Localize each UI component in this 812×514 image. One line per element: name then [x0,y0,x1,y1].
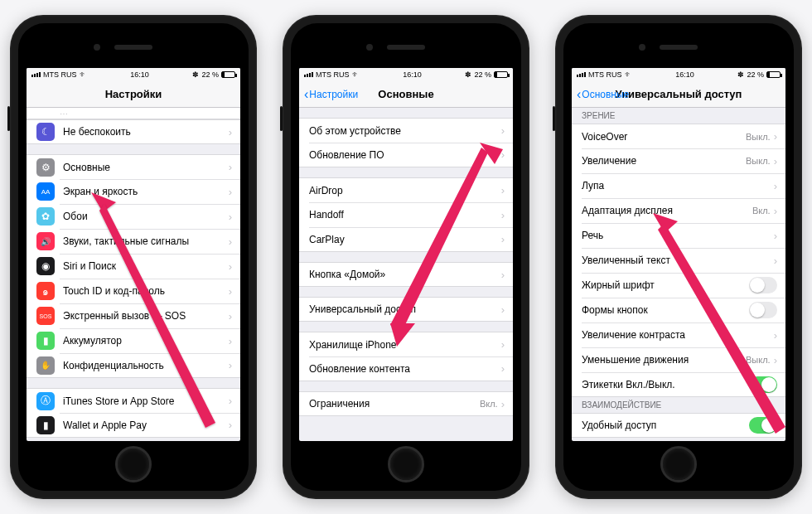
toggle-switch[interactable] [749,277,777,293]
row-label: Экстренный вызов — SOS [63,310,229,322]
settings-row[interactable]: Увеличение контраста› [572,322,785,347]
chevron-right-icon: › [229,310,232,322]
row-label: Основные [63,162,229,173]
chevron-right-icon: › [229,235,232,248]
carrier-label: MTS RUS [588,70,622,79]
toggle-switch[interactable] [749,417,777,434]
nav-title: Настройки [105,88,162,100]
settings-row[interactable]: Обновление ПО› [299,143,513,167]
settings-row[interactable]: Хранилище iPhone› [299,332,513,356]
row-icon: Ⓐ [36,392,55,410]
row-label: Конфиденциальность [63,360,229,371]
settings-row[interactable]: ▮ Аккумулятор › [27,328,240,353]
clock: 16:10 [403,70,422,79]
nav-bar: ‹ Основные Универсальный доступ [572,81,785,108]
chevron-right-icon: › [229,419,232,431]
settings-row[interactable]: VoiceOverВыкл.› [572,124,785,148]
settings-row[interactable]: ✋ Конфиденциальность › [27,353,240,378]
settings-row[interactable]: Уменьшение движенияВыкл.› [572,347,785,372]
row-label: Уменьшение движения [582,354,746,366]
settings-row[interactable]: Ⓐ iTunes Store и App Store › [27,388,240,413]
settings-row[interactable]: AA Экран и яркость › [27,179,240,204]
battery-icon [221,71,235,78]
home-button[interactable] [388,446,424,482]
chevron-right-icon: › [774,155,777,167]
row-label: Кнопка «Домой» [309,269,501,280]
settings-row[interactable]: Универсальный доступ› [299,297,513,322]
settings-row[interactable]: Об этом устройстве› [299,118,513,143]
settings-row[interactable]: Речь› [572,223,785,248]
settings-row[interactable]: SOS Экстренный вызов — SOS › [27,303,240,328]
row-label: Увеличение [582,155,746,167]
row-label: Хранилище iPhone [309,339,501,351]
chevron-right-icon: › [229,285,232,298]
settings-row[interactable]: Этикетки Вкл./Выкл. [572,372,785,397]
row-icon: ▮ [36,332,55,350]
row-icon: ▮ [36,416,55,434]
back-label: Основные [582,89,629,100]
settings-row[interactable]: ОграниченияВкл.› [299,391,513,416]
screen-1: MTS RUS ᯤ 16:10 ✽ 22 % Настройки ⋯ ☾ Не … [27,68,240,441]
settings-row[interactable]: ◉ Siri и Поиск › [27,254,240,279]
chevron-right-icon: › [501,233,505,245]
settings-row[interactable]: AirDrop› [299,177,513,202]
settings-row[interactable]: CarPlay› [299,227,513,252]
settings-row[interactable]: УвеличениеВыкл.› [572,148,785,173]
signal-icon [304,72,313,77]
settings-row[interactable]: ✿ Обои › [27,204,240,229]
phone-frame-3: MTS RUS ᯤ 16:10 ✽ 22 % ‹ Основные Универ… [555,15,802,499]
row-label: Звуки, тактильные сигналы [63,235,229,247]
nav-title: Универсальный доступ [616,88,742,100]
chevron-right-icon: › [501,148,505,161]
battery-icon [494,71,508,78]
home-button[interactable] [115,446,152,482]
settings-row[interactable]: Удобный доступ [572,413,785,438]
screen-3: MTS RUS ᯤ 16:10 ✽ 22 % ‹ Основные Универ… [572,68,785,441]
chevron-right-icon: › [501,362,505,375]
row-label: Не беспокоить [63,126,229,138]
row-label: Handoff [309,209,501,221]
settings-row[interactable]: ⚙ Основные › [27,154,240,179]
chevron-right-icon: › [501,124,505,137]
row-label: Увеличение контраста [582,329,774,341]
settings-row[interactable]: Увеличенный текст› [572,248,785,273]
settings-row[interactable]: Адаптация дисплеяВкл.› [572,198,785,223]
status-bar: MTS RUS ᯤ 16:10 ✽ 22 % [299,68,513,81]
bluetooth-icon: ✽ [192,70,199,79]
settings-row[interactable]: Кнопка «Домой»› [299,262,513,287]
settings-row[interactable]: ☾ Не беспокоить › [27,119,240,144]
settings-row[interactable]: Жирный шрифт [572,273,785,298]
row-label: Siri и Поиск [63,260,229,272]
row-label: Адаптация дисплея [582,205,752,216]
signal-icon [577,72,586,77]
phone-frame-1: MTS RUS ᯤ 16:10 ✽ 22 % Настройки ⋯ ☾ Не … [10,15,257,499]
row-label: Обновление контента [309,363,501,375]
row-label: Wallet и Apple Pay [63,419,229,431]
back-button[interactable]: ‹ Настройки [304,88,358,101]
row-label: Ограничения [309,398,480,410]
carrier-label: MTS RUS [43,70,77,79]
toggle-switch[interactable] [749,302,777,318]
chevron-right-icon: › [774,130,777,143]
settings-row[interactable]: 🔊 Звуки, тактильные сигналы › [27,229,240,254]
settings-row[interactable]: Формы кнопок [572,298,785,322]
screen-2: MTS RUS ᯤ 16:10 ✽ 22 % ‹ Настройки Основ… [299,68,513,441]
row-label: CarPlay [309,234,501,245]
settings-row[interactable]: ▮ Wallet и Apple Pay › [27,413,240,438]
row-value: Выкл. [746,355,771,365]
chevron-right-icon: › [501,209,505,221]
settings-row[interactable]: ๑ Touch ID и код-пароль › [27,279,240,303]
settings-row[interactable]: Лупа› [572,173,785,198]
home-button[interactable] [660,446,697,482]
chevron-right-icon: › [774,255,777,267]
battery-percent: 22 % [201,70,219,79]
chevron-right-icon: › [229,126,232,138]
nav-bar: Настройки [27,81,240,108]
toggle-switch[interactable] [749,376,777,393]
settings-row[interactable]: Handoff› [299,202,513,227]
settings-row[interactable]: Обновление контента› [299,356,513,381]
chevron-right-icon: › [774,230,777,242]
row-label: Обои [63,211,229,222]
row-label: Формы кнопок [582,304,749,316]
back-button[interactable]: ‹ Основные [577,88,629,101]
